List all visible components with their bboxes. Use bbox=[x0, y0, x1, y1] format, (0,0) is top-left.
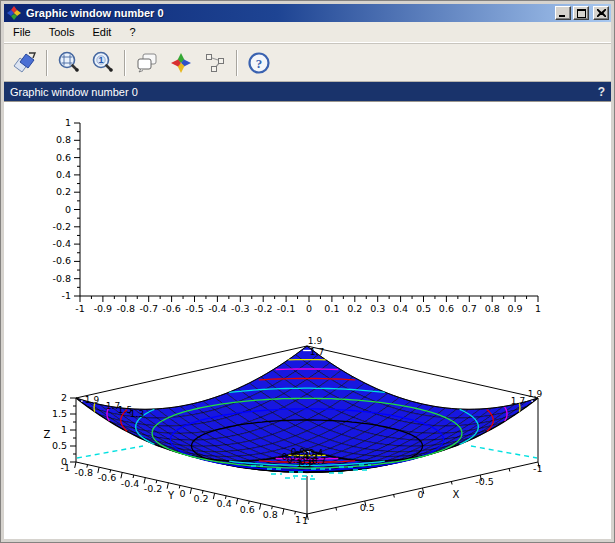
svg-text:-0.4: -0.4 bbox=[208, 303, 227, 314]
svg-text:-0.8: -0.8 bbox=[52, 273, 71, 284]
svg-text:0.6: 0.6 bbox=[240, 504, 255, 515]
svg-text:-0.5: -0.5 bbox=[475, 476, 494, 487]
svg-text:1.3: 1.3 bbox=[130, 409, 144, 419]
svg-text:X: X bbox=[453, 489, 460, 500]
figure-drawing[interactable]: -1-0.9-0.8-0.7-0.6-0.5-0.4-0.3-0.2-0.100… bbox=[4, 102, 613, 542]
svg-text:Y: Y bbox=[167, 490, 175, 501]
svg-text:-0.4: -0.4 bbox=[121, 478, 140, 489]
close-button[interactable] bbox=[593, 6, 609, 20]
svg-text:0.6: 0.6 bbox=[56, 152, 71, 163]
svg-text:-1: -1 bbox=[62, 290, 71, 301]
svg-text:?: ? bbox=[256, 56, 263, 71]
datatips-button[interactable] bbox=[200, 48, 230, 78]
svg-text:0.9: 0.9 bbox=[291, 447, 306, 457]
svg-text:0.7: 0.7 bbox=[462, 303, 477, 314]
svg-text:-0.2: -0.2 bbox=[144, 483, 163, 494]
svg-text:0: 0 bbox=[65, 204, 71, 215]
svg-text:1.9: 1.9 bbox=[308, 336, 323, 346]
menu-tools[interactable]: Tools bbox=[40, 23, 84, 41]
svg-text:0.5: 0.5 bbox=[360, 502, 375, 513]
svg-text:0.2: 0.2 bbox=[193, 493, 208, 504]
toolbar-separator bbox=[46, 50, 48, 76]
svg-text:-1: -1 bbox=[533, 463, 542, 474]
svg-text:0: 0 bbox=[418, 489, 424, 500]
svg-text:1.9: 1.9 bbox=[528, 389, 543, 399]
svg-text:-0.9: -0.9 bbox=[94, 303, 113, 314]
svg-text:0.4: 0.4 bbox=[393, 303, 408, 314]
svg-text:0.9: 0.9 bbox=[508, 303, 523, 314]
minimize-button[interactable] bbox=[555, 6, 571, 20]
svg-text:1.5: 1.5 bbox=[52, 408, 67, 419]
svg-text:-0.2: -0.2 bbox=[52, 221, 71, 232]
svg-text:-0.6: -0.6 bbox=[52, 255, 71, 266]
svg-text:1: 1 bbox=[65, 117, 71, 128]
toolbar-separator bbox=[124, 50, 126, 76]
svg-text:-0.6: -0.6 bbox=[162, 303, 181, 314]
svg-text:-0.7: -0.7 bbox=[139, 303, 158, 314]
graphics-editor-icon bbox=[134, 50, 160, 76]
svg-text:0.8: 0.8 bbox=[485, 303, 500, 314]
svg-text:1: 1 bbox=[302, 515, 308, 526]
rotate-3d-button[interactable] bbox=[166, 48, 196, 78]
maximize-icon bbox=[577, 9, 586, 18]
svg-text:Z: Z bbox=[44, 429, 51, 440]
svg-text:-0.2: -0.2 bbox=[254, 303, 273, 314]
svg-text:0.5: 0.5 bbox=[416, 303, 431, 314]
maximize-button[interactable] bbox=[573, 6, 589, 20]
menu-edit[interactable]: Edit bbox=[83, 23, 120, 41]
svg-text:0.2: 0.2 bbox=[347, 303, 362, 314]
export-figure-icon bbox=[12, 50, 38, 76]
zoom-area-button[interactable] bbox=[54, 48, 84, 78]
close-icon bbox=[597, 9, 606, 17]
zoom-original-icon: 1 bbox=[90, 50, 116, 76]
window-controls bbox=[555, 6, 609, 20]
help-button[interactable]: ? bbox=[244, 48, 274, 78]
svg-text:1.9: 1.9 bbox=[85, 395, 100, 405]
svg-text:1.3: 1.3 bbox=[297, 459, 311, 469]
datatips-icon bbox=[202, 50, 228, 76]
graphics-editor-button[interactable] bbox=[132, 48, 162, 78]
figure-info-bar: Graphic window number 0 ? bbox=[4, 82, 611, 101]
svg-text:1: 1 bbox=[98, 55, 103, 65]
infobar-help-button[interactable]: ? bbox=[598, 85, 605, 99]
svg-text:0.2: 0.2 bbox=[56, 186, 71, 197]
scilab-graphic-window: Graphic window number 0 File Tools Edit … bbox=[0, 0, 615, 543]
svg-text:-0.1: -0.1 bbox=[277, 303, 296, 314]
svg-text:1: 1 bbox=[295, 514, 301, 525]
svg-text:0.3: 0.3 bbox=[370, 303, 385, 314]
toolbar-separator bbox=[236, 50, 238, 76]
svg-text:-0.8: -0.8 bbox=[75, 467, 94, 478]
svg-text:1.7: 1.7 bbox=[511, 396, 525, 406]
title-bar[interactable]: Graphic window number 0 bbox=[4, 4, 611, 22]
toolbar: 1 bbox=[4, 43, 611, 82]
svg-text:1: 1 bbox=[61, 424, 67, 435]
plot-canvas[interactable]: -1-0.9-0.8-0.7-0.6-0.5-0.4-0.3-0.2-0.100… bbox=[4, 101, 611, 539]
menu-bar: File Tools Edit ? bbox=[4, 22, 611, 43]
svg-text:-0.6: -0.6 bbox=[98, 472, 117, 483]
scilab-app-icon bbox=[6, 5, 22, 21]
zoom-area-icon bbox=[56, 50, 82, 76]
svg-text:0: 0 bbox=[306, 303, 312, 314]
svg-text:0.4: 0.4 bbox=[56, 169, 71, 180]
svg-text:2: 2 bbox=[61, 392, 67, 403]
zoom-original-button[interactable]: 1 bbox=[88, 48, 118, 78]
svg-text:0.6: 0.6 bbox=[439, 303, 454, 314]
svg-text:1: 1 bbox=[535, 303, 541, 314]
figure-info-text: Graphic window number 0 bbox=[10, 86, 138, 98]
minimize-icon bbox=[559, 9, 567, 17]
svg-text:-0.5: -0.5 bbox=[185, 303, 204, 314]
svg-text:-1: -1 bbox=[75, 303, 84, 314]
svg-text:-0.8: -0.8 bbox=[117, 303, 136, 314]
export-figure-button[interactable] bbox=[10, 48, 40, 78]
window-title: Graphic window number 0 bbox=[26, 7, 555, 19]
svg-text:0.4: 0.4 bbox=[217, 498, 232, 509]
svg-text:0.5: 0.5 bbox=[52, 440, 67, 451]
svg-text:0: 0 bbox=[61, 456, 67, 467]
svg-text:0: 0 bbox=[179, 488, 185, 499]
svg-text:0.1: 0.1 bbox=[324, 303, 339, 314]
svg-text:1.7: 1.7 bbox=[310, 347, 324, 357]
svg-text:-0.3: -0.3 bbox=[231, 303, 250, 314]
menu-help[interactable]: ? bbox=[120, 23, 144, 41]
svg-text:-0.4: -0.4 bbox=[52, 238, 71, 249]
menu-file[interactable]: File bbox=[4, 23, 40, 41]
